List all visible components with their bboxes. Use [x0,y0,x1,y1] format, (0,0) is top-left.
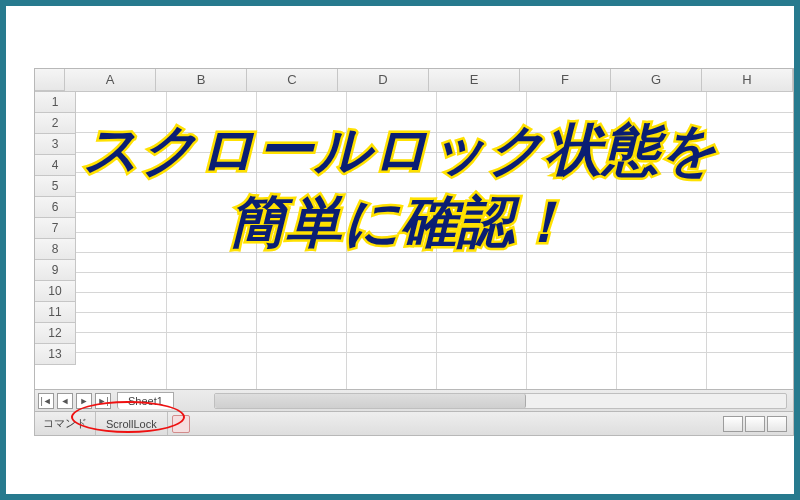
col-header[interactable]: F [520,69,611,91]
tab-nav-first-icon[interactable]: |◄ [38,393,54,409]
status-bar: コマンド ScrollLock [35,411,793,435]
col-header[interactable]: C [247,69,338,91]
row-header[interactable]: 6 [35,197,76,218]
pagelayout-view-button[interactable] [745,416,765,432]
normal-view-button[interactable] [723,416,743,432]
col-header[interactable]: D [338,69,429,91]
sheet-tab[interactable]: Sheet1 [117,392,174,409]
row-header[interactable]: 11 [35,302,76,323]
col-header[interactable]: H [702,69,793,91]
row-header[interactable]: 3 [35,134,76,155]
status-mode: コマンド [35,412,96,435]
col-header[interactable]: A [65,69,156,91]
pagebreak-view-button[interactable] [767,416,787,432]
cells-area[interactable] [76,92,793,389]
status-scrolllock-label: ScrollLock [106,418,157,430]
col-header[interactable]: E [429,69,520,91]
spreadsheet-panel: A B C D E F G H 1 2 3 4 5 6 7 8 [34,68,794,436]
row-header[interactable]: 2 [35,113,76,134]
col-header[interactable]: B [156,69,247,91]
row-header[interactable]: 8 [35,239,76,260]
view-buttons [723,416,793,432]
page-frame: A B C D E F G H 1 2 3 4 5 6 7 8 [0,0,800,500]
select-all-button[interactable] [35,69,65,91]
row-header[interactable]: 4 [35,155,76,176]
row-header[interactable]: 10 [35,281,76,302]
row-header[interactable]: 13 [35,344,76,365]
row-header[interactable]: 7 [35,218,76,239]
status-scrolllock: ScrollLock [96,412,168,435]
row-header[interactable]: 1 [35,92,76,113]
column-header-row: A B C D E F G H [35,69,793,92]
horizontal-scroll-thumb[interactable] [215,394,526,408]
row-header[interactable]: 9 [35,260,76,281]
row-header[interactable]: 12 [35,323,76,344]
row-headers: 1 2 3 4 5 6 7 8 9 10 11 12 13 [35,92,76,389]
grid-body: 1 2 3 4 5 6 7 8 9 10 11 12 13 [35,92,793,389]
sheet-tab-bar: |◄ ◄ ► ►| Sheet1 [35,389,793,412]
tab-nav-last-icon[interactable]: ►| [95,393,111,409]
status-record-icon [172,415,190,433]
horizontal-scrollbar[interactable] [214,393,787,409]
col-header[interactable]: G [611,69,702,91]
tab-nav-prev-icon[interactable]: ◄ [57,393,73,409]
tab-nav-next-icon[interactable]: ► [76,393,92,409]
grid: A B C D E F G H 1 2 3 4 5 6 7 8 [35,69,793,389]
row-header[interactable]: 5 [35,176,76,197]
